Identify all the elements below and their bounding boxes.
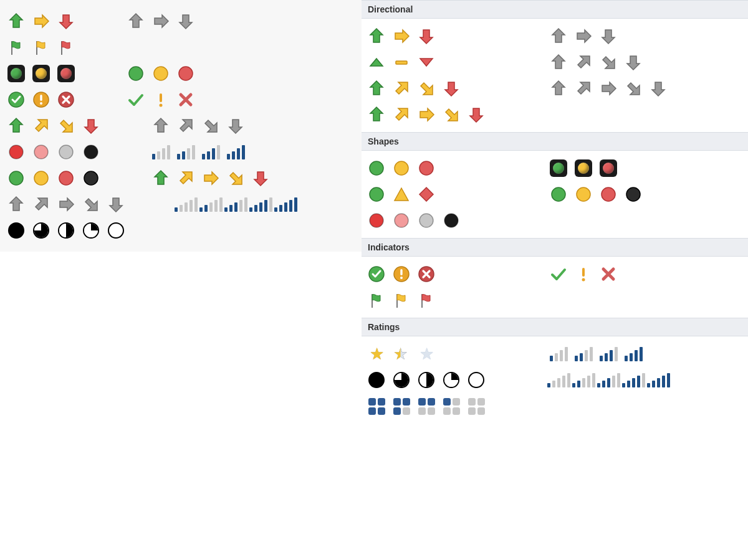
arrow-down-red-icon[interactable] [82,117,100,135]
bars5-4-icon[interactable] [277,196,294,213]
arrow-up-gray-icon[interactable] [550,27,567,45]
icon-set[interactable] [550,80,667,97]
arrow-down-gray-icon[interactable] [227,117,244,135]
ball-red-icon[interactable] [7,143,25,161]
icon-set[interactable] [550,27,617,45]
icon-set[interactable] [368,292,435,309]
icon-set[interactable] [550,371,667,389]
icon-set[interactable] [368,80,460,97]
bars4-4-icon[interactable] [625,345,642,363]
bars5-0-icon[interactable] [177,196,194,213]
circle-yellow-icon[interactable] [32,169,50,187]
box4-2-icon[interactable] [418,397,435,415]
arrow-right-gray-icon[interactable] [600,80,617,97]
icon-set[interactable] [550,345,642,363]
pie-50-icon[interactable] [57,222,75,239]
circle-yellow-icon[interactable] [393,159,410,177]
icon-set[interactable] [368,27,435,45]
icon-set[interactable] [550,54,642,71]
arrow-up-gray-icon[interactable] [550,80,567,97]
circle-yellow-icon[interactable] [152,65,170,82]
symbol-x-circled-icon[interactable] [57,91,75,108]
bars4-2-icon[interactable] [177,143,194,161]
icon-set[interactable] [368,106,485,123]
pie-75-icon[interactable] [32,222,50,239]
traffic-green-icon[interactable] [550,159,567,177]
icon-set[interactable] [127,91,194,108]
icon-set[interactable] [152,117,244,135]
icon-set[interactable] [7,169,100,187]
box4-4-icon[interactable] [368,397,385,415]
bars4-2-icon[interactable] [575,345,592,363]
box4-3-icon[interactable] [393,397,410,415]
icon-set[interactable] [7,143,100,161]
symbol-x-icon[interactable] [177,91,194,108]
traffic-red-icon[interactable] [57,65,75,82]
icon-set[interactable] [368,54,435,71]
circle-red-icon[interactable] [57,169,75,187]
flag-red-icon[interactable] [418,292,435,309]
flag-red-icon[interactable] [57,39,75,56]
pie-50-icon[interactable] [418,371,435,389]
bars5-3-icon[interactable] [252,196,269,213]
arrow-down-gray-icon[interactable] [625,54,642,71]
arrow-upright-yellow-icon[interactable] [393,80,410,97]
circle-green-icon[interactable] [368,159,385,177]
icon-set[interactable] [152,169,269,187]
triangle-yellow-icon[interactable] [393,186,410,203]
icon-set[interactable] [127,65,194,82]
icon-set[interactable] [152,143,244,161]
arrow-upright-gray-icon[interactable] [32,196,50,213]
pie-75-icon[interactable] [393,371,410,389]
arrow-downright-yellow-icon[interactable] [443,106,460,123]
box4-0-icon[interactable] [467,397,485,415]
dash-yellow-icon[interactable] [393,54,410,71]
arrow-down-red-icon[interactable] [443,80,460,97]
arrow-right-yellow-icon[interactable] [202,169,219,187]
pie-0-icon[interactable] [467,371,485,389]
circle-red-icon[interactable] [177,65,194,82]
circle-green-icon[interactable] [127,65,145,82]
arrow-up-green-icon[interactable] [7,117,25,135]
symbol-x-icon[interactable] [600,265,617,283]
flag-yellow-icon[interactable] [32,39,50,56]
bars4-1-icon[interactable] [550,345,567,363]
ball-pink-icon[interactable] [32,143,50,161]
symbol-check-icon[interactable] [127,91,145,108]
arrow-downright-yellow-icon[interactable] [57,117,75,135]
flag-green-icon[interactable] [368,292,385,309]
icon-set[interactable] [7,196,125,213]
pie-100-icon[interactable] [7,222,25,239]
pie-25-icon[interactable] [443,371,460,389]
ball-silver-icon[interactable] [418,212,435,229]
traffic-yellow-icon[interactable] [575,159,592,177]
icon-set[interactable]: ★★★ [368,345,435,363]
icon-set[interactable] [7,39,75,56]
arrow-right-yellow-icon[interactable] [418,106,435,123]
star-half-icon[interactable]: ★ [393,345,410,363]
arrow-down-gray-icon[interactable] [177,12,194,30]
bars5-2-icon[interactable] [227,196,244,213]
pie-25-icon[interactable] [82,222,100,239]
bars5-1-icon[interactable] [575,371,592,389]
icon-set[interactable] [368,186,435,203]
arrow-downright-gray-icon[interactable] [202,117,219,135]
arrow-downright-gray-icon[interactable] [82,196,100,213]
circle-red-icon[interactable] [600,186,617,203]
ball-black-icon[interactable] [443,212,460,229]
symbol-exclaim-icon[interactable] [152,91,170,108]
circle-green-icon[interactable] [368,186,385,203]
circle-red-icon[interactable] [418,159,435,177]
arrow-upright-gray-icon[interactable] [177,117,194,135]
arrow-down-gray-icon[interactable] [600,27,617,45]
arrow-up-gray-icon[interactable] [550,54,567,71]
circle-green-icon[interactable] [550,186,567,203]
diamond-red-icon[interactable] [418,186,435,203]
arrow-up-green-icon[interactable] [368,27,385,45]
arrow-down-gray-icon[interactable] [650,80,667,97]
pie-0-icon[interactable] [107,222,125,239]
arrow-down-gray-icon[interactable] [107,196,125,213]
icon-set[interactable] [368,265,435,283]
icon-set[interactable] [177,196,294,213]
arrow-up-green-icon[interactable] [368,106,385,123]
